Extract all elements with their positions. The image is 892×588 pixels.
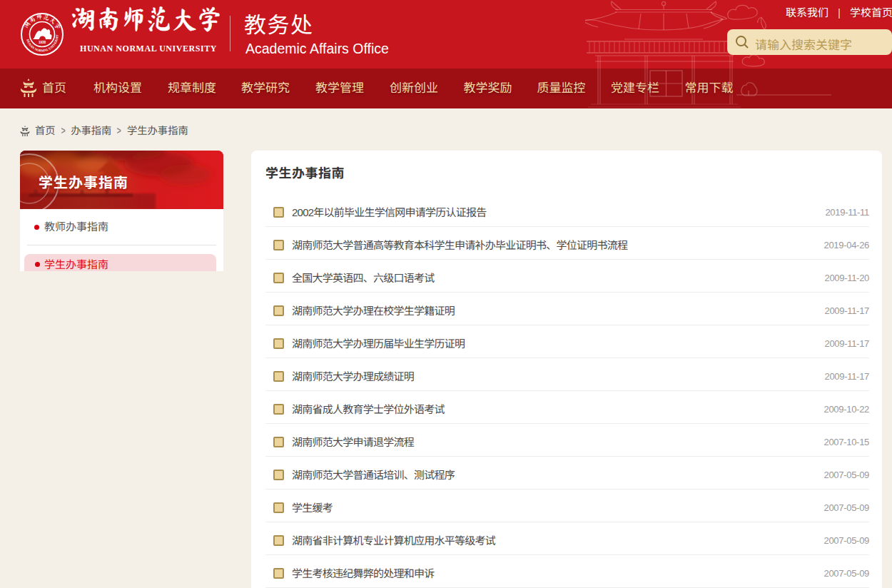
svg-text:1938: 1938 (39, 41, 46, 44)
